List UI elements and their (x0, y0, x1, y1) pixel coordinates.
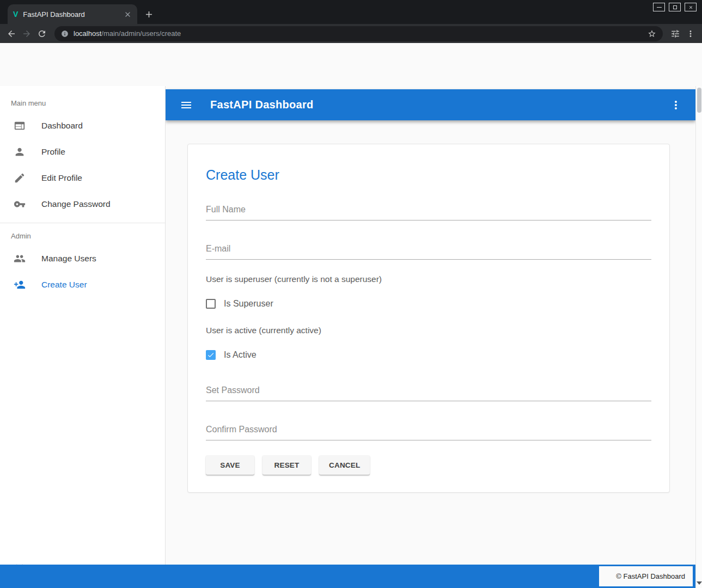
footer: © FastAPI Dashboard (599, 566, 693, 586)
new-tab-icon[interactable] (144, 9, 154, 20)
bookmark-star-icon[interactable] (648, 29, 656, 38)
email-input[interactable] (206, 244, 651, 260)
create-user-card: Create User User is superuser (currently… (187, 144, 670, 493)
sidebar-section-label: Admin (0, 232, 165, 240)
sidebar-item-label: Dashboard (41, 121, 83, 131)
sidebar-item-label: Edit Profile (41, 173, 82, 183)
active-hint: User is active (currently active) (206, 326, 651, 335)
back-icon[interactable] (5, 28, 17, 40)
sidebar-item-change-password[interactable]: Change Password (0, 191, 165, 217)
confirm-password-field-wrap (206, 425, 651, 440)
appbar-title: FastAPI Dashboard (210, 99, 314, 111)
sidebar-item-label: Create User (41, 280, 87, 290)
sidebar-item-profile[interactable]: Profile (0, 139, 165, 165)
browser-tab[interactable]: V FastAPI Dashboard (8, 4, 137, 24)
sidebar-item-edit-profile[interactable]: Edit Profile (0, 165, 165, 191)
person-add-icon (14, 279, 26, 291)
sidebar-divider (0, 223, 165, 223)
scrollbar-down-arrow-icon[interactable] (697, 581, 702, 585)
is-active-checkbox-row[interactable]: Is Active (206, 350, 651, 360)
dashboard-icon (14, 120, 26, 132)
sidebar-item-manage-users[interactable]: Manage Users (0, 246, 165, 272)
set-password-field-wrap (206, 385, 651, 401)
hamburger-menu-icon[interactable] (180, 99, 193, 112)
sidebar-item-create-user[interactable]: Create User (0, 272, 165, 298)
key-icon (14, 198, 26, 210)
browser-toolbar: localhost/main/admin/users/create (0, 24, 702, 43)
sidebar-item-label: Profile (41, 147, 65, 157)
full-name-input[interactable] (206, 205, 651, 220)
cancel-button[interactable]: CANCEL (319, 455, 370, 475)
set-password-input[interactable] (206, 385, 651, 401)
main-area: FastAPI Dashboard Create User User is su… (166, 86, 695, 565)
page-scrollbar[interactable] (695, 86, 702, 588)
footer-copyright: © FastAPI Dashboard (616, 572, 685, 580)
checkbox-label: Is Superuser (224, 299, 273, 309)
tab-title: FastAPI Dashboard (23, 10, 124, 19)
checkbox-label: Is Active (224, 350, 257, 360)
reset-button[interactable]: RESET (263, 455, 311, 475)
url-host: localhost (74, 29, 101, 38)
window-close-icon[interactable] (685, 3, 697, 11)
group-icon (14, 253, 26, 265)
pencil-icon (14, 172, 26, 184)
form-buttons: SAVE RESET CANCEL (206, 455, 651, 475)
is-superuser-checkbox-row[interactable]: Is Superuser (206, 299, 651, 309)
sidebar-item-label: Change Password (41, 199, 111, 209)
check-icon (207, 351, 215, 359)
bottom-bar: © FastAPI Dashboard (0, 565, 695, 588)
appbar: FastAPI Dashboard (166, 89, 695, 120)
sidebar-section-label: Main menu (0, 99, 165, 107)
sidebar-item-dashboard[interactable]: Dashboard (0, 113, 165, 139)
favicon-icon: V (13, 10, 18, 19)
full-name-field-wrap (206, 205, 651, 220)
browser-titlebar: V FastAPI Dashboard (0, 0, 702, 24)
tab-close-icon[interactable] (124, 10, 132, 19)
is-superuser-checkbox[interactable] (206, 299, 216, 309)
maximize-icon[interactable] (669, 3, 681, 11)
save-button[interactable]: SAVE (206, 455, 254, 475)
url-path: /main/admin/users/create (101, 29, 181, 38)
scrollbar-thumb[interactable] (697, 88, 701, 113)
sidebar: Main menu Dashboard Profile Edit Profile (0, 86, 166, 588)
browser-window: V FastAPI Dashboard (0, 0, 702, 588)
confirm-password-input[interactable] (206, 425, 651, 440)
address-bar[interactable]: localhost/main/admin/users/create (54, 26, 663, 41)
site-info-icon[interactable] (61, 30, 69, 38)
email-field-wrap (206, 244, 651, 260)
forward-icon[interactable] (21, 28, 33, 40)
page-title: Create User (206, 167, 651, 183)
window-controls (653, 3, 697, 11)
minimize-icon[interactable] (653, 3, 665, 11)
superuser-hint: User is superuser (currently is not a su… (206, 274, 651, 284)
page-content: Main menu Dashboard Profile Edit Profile (0, 43, 702, 588)
browser-menu-icon[interactable] (685, 28, 697, 40)
tune-icon[interactable] (669, 28, 681, 40)
sidebar-item-label: Manage Users (41, 254, 96, 264)
is-active-checkbox[interactable] (206, 350, 216, 360)
reload-icon[interactable] (36, 28, 48, 40)
sidebar-spacer (0, 298, 165, 555)
person-icon (14, 146, 26, 158)
appbar-kebab-icon[interactable] (669, 99, 682, 112)
